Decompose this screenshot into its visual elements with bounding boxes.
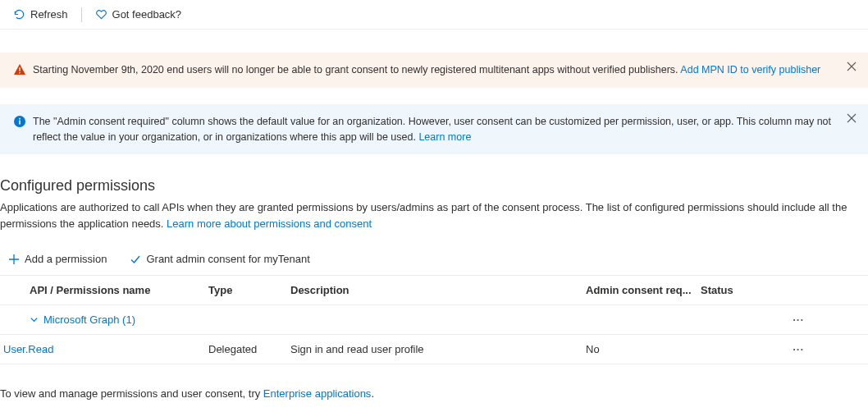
group-more-button[interactable]: ··· xyxy=(779,314,820,326)
footer-period: . xyxy=(371,387,374,400)
info-body: The "Admin consent required" column show… xyxy=(33,114,855,145)
close-info-button[interactable] xyxy=(847,112,857,126)
refresh-icon xyxy=(13,8,25,21)
svg-rect-1 xyxy=(19,72,20,73)
configured-permissions-section: Configured permissions Applications are … xyxy=(0,177,868,400)
permissions-table: API / Permissions name Type Description … xyxy=(0,276,868,364)
feedback-label: Got feedback? xyxy=(112,8,182,21)
permission-admin-consent: No xyxy=(582,343,697,355)
permissions-learn-more-link[interactable]: Learn more about permissions and consent xyxy=(167,217,372,230)
grant-consent-label: Grant admin consent for myTenant xyxy=(146,253,309,265)
info-icon xyxy=(13,115,26,128)
col-name: API / Permissions name xyxy=(0,284,205,296)
row-more-button[interactable]: ··· xyxy=(779,343,820,355)
col-type: Type xyxy=(205,284,287,296)
toolbar-divider xyxy=(81,7,82,22)
col-admin: Admin consent req... xyxy=(582,284,697,296)
grant-consent-button[interactable]: Grant admin consent for myTenant xyxy=(121,249,318,268)
warning-text: Starting November 9th, 2020 end users wi… xyxy=(33,64,678,76)
api-group-name: Microsoft Graph (1) xyxy=(43,314,135,326)
close-icon xyxy=(847,62,857,71)
chevron-down-icon xyxy=(30,315,39,324)
api-group-row: Microsoft Graph (1) ··· xyxy=(0,305,868,335)
refresh-button[interactable]: Refresh xyxy=(7,5,75,24)
feedback-button[interactable]: Got feedback? xyxy=(89,5,189,24)
section-title: Configured permissions xyxy=(0,177,868,195)
permission-type: Delegated xyxy=(205,343,287,355)
permission-name-link[interactable]: User.Read xyxy=(0,343,205,355)
api-group-toggle[interactable]: Microsoft Graph (1) xyxy=(0,314,205,326)
section-desc-text: Applications are authorized to call APIs… xyxy=(0,201,847,230)
add-permission-button[interactable]: Add a permission xyxy=(0,249,115,268)
warning-body: Starting November 9th, 2020 end users wi… xyxy=(33,62,855,78)
heart-icon xyxy=(95,8,107,21)
svg-rect-4 xyxy=(19,118,21,120)
verify-publisher-link[interactable]: Add MPN ID to verify publisher xyxy=(680,64,820,76)
refresh-label: Refresh xyxy=(30,8,68,21)
footer-note: To view and manage permissions and user … xyxy=(0,387,868,400)
table-header-row: API / Permissions name Type Description … xyxy=(0,276,868,305)
close-warning-button[interactable] xyxy=(847,61,857,74)
warning-icon xyxy=(13,63,26,76)
close-icon xyxy=(847,113,857,123)
add-permission-label: Add a permission xyxy=(25,253,107,265)
permission-description: Sign in and read user profile xyxy=(287,343,582,355)
enterprise-applications-link[interactable]: Enterprise applications xyxy=(263,387,372,400)
col-status: Status xyxy=(697,284,779,296)
col-description: Description xyxy=(287,284,582,296)
svg-rect-3 xyxy=(19,120,21,124)
footer-text: To view and manage permissions and user … xyxy=(0,387,263,400)
permission-row: User.Read Delegated Sign in and read use… xyxy=(0,335,868,364)
command-bar: Refresh Got feedback? xyxy=(0,0,868,30)
svg-rect-0 xyxy=(19,67,20,71)
warning-banner: Starting November 9th, 2020 end users wi… xyxy=(0,53,868,88)
checkmark-icon xyxy=(130,254,141,265)
permissions-action-bar: Add a permission Grant admin consent for… xyxy=(0,243,868,276)
plus-icon xyxy=(8,254,20,265)
section-description: Applications are authorized to call APIs… xyxy=(0,199,868,231)
info-learn-more-link[interactable]: Learn more xyxy=(418,131,471,143)
info-banner: The "Admin consent required" column show… xyxy=(0,104,868,155)
